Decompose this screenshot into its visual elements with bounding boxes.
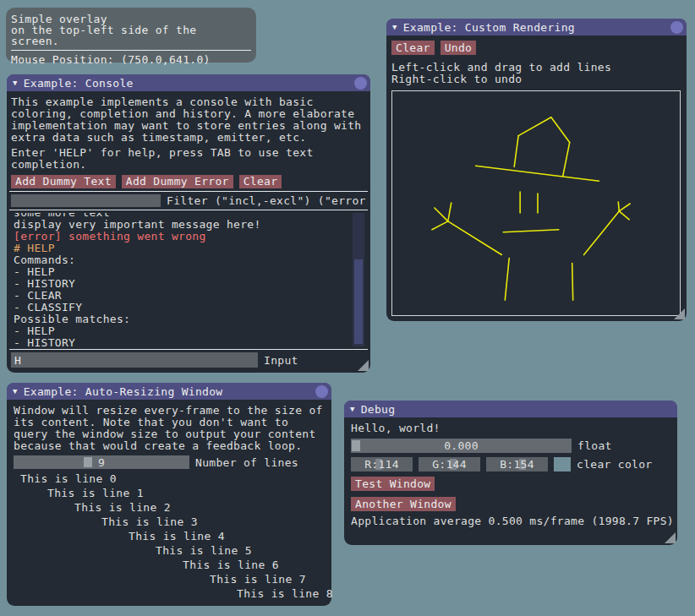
debug-window: ▼ Debug Hello, world! 0.000 float R:114 … bbox=[344, 401, 677, 545]
resize-grip[interactable] bbox=[674, 308, 685, 319]
slider-grab[interactable] bbox=[352, 440, 360, 451]
auto-resize-line: This is line 4 bbox=[14, 529, 325, 543]
console-log-line: - HISTORY bbox=[14, 278, 366, 290]
color-green-drag[interactable]: G:144 bbox=[419, 457, 480, 472]
console-log-line: Possible matches: bbox=[14, 313, 366, 325]
console-window-title: Example: Console bbox=[24, 77, 134, 90]
custom-rendering-titlebar[interactable]: ▼ Example: Custom Rendering bbox=[386, 19, 687, 35]
console-window: ▼ Example: Console This example implemen… bbox=[7, 74, 370, 373]
console-log-lines: some more textdisplay very important mes… bbox=[11, 213, 366, 346]
drawing-canvas-svg bbox=[392, 91, 680, 315]
separator bbox=[9, 191, 368, 192]
console-intro-text: This example implements a console with b… bbox=[11, 96, 366, 144]
close-button[interactable] bbox=[315, 385, 328, 398]
separator bbox=[9, 210, 368, 210]
color-blue-drag[interactable]: B:154 bbox=[486, 457, 548, 472]
console-log-line: - HELP bbox=[14, 266, 366, 278]
debug-window-title: Debug bbox=[361, 403, 396, 416]
color-green-value: G:144 bbox=[432, 458, 467, 471]
number-of-lines-label: Number of lines bbox=[195, 456, 298, 469]
undo-button[interactable]: Undo bbox=[441, 41, 477, 55]
separator bbox=[9, 349, 368, 350]
slider-grab[interactable] bbox=[84, 457, 92, 467]
collapse-arrow-icon[interactable]: ▼ bbox=[13, 74, 18, 91]
custom-rendering-window: ▼ Example: Custom Rendering Clear Undo L… bbox=[386, 19, 687, 321]
another-window-button[interactable]: Another Window bbox=[351, 497, 456, 511]
auto-resize-line: This is line 0 bbox=[14, 472, 325, 486]
auto-resize-line: This is line 3 bbox=[14, 515, 325, 529]
auto-resize-lines: This is line 0This is line 1This is line… bbox=[14, 472, 325, 601]
overlay-separator bbox=[11, 50, 251, 51]
add-dummy-text-button[interactable]: Add Dummy Text bbox=[11, 175, 116, 188]
number-of-lines-slider[interactable]: 9 bbox=[14, 455, 189, 469]
close-button[interactable] bbox=[354, 77, 367, 90]
collapse-arrow-icon[interactable]: ▼ bbox=[350, 401, 355, 417]
color-red-drag[interactable]: R:114 bbox=[351, 457, 413, 472]
float-slider-value: 0.000 bbox=[444, 439, 479, 452]
console-log-line: [error] something went wrong bbox=[14, 231, 366, 243]
console-scrollbar[interactable] bbox=[353, 213, 364, 346]
slider-value: 9 bbox=[98, 456, 105, 469]
custom-rendering-window-title: Example: Custom Rendering bbox=[403, 21, 575, 34]
auto-resize-description: Window will resize every-frame to the si… bbox=[14, 405, 325, 452]
overlay-text-line2: on the top-left side of the screen. bbox=[11, 25, 251, 46]
console-titlebar[interactable]: ▼ Example: Console bbox=[7, 74, 370, 91]
clear-button[interactable]: Clear bbox=[239, 175, 282, 188]
console-log-line: display very important message here! bbox=[14, 219, 366, 231]
console-log-line: - CLEAR bbox=[14, 290, 366, 302]
debug-titlebar[interactable]: ▼ Debug bbox=[344, 401, 677, 417]
resize-grip[interactable] bbox=[358, 360, 369, 371]
clear-button[interactable]: Clear bbox=[391, 41, 435, 55]
filter-input[interactable] bbox=[11, 194, 161, 207]
collapse-arrow-icon[interactable]: ▼ bbox=[13, 383, 18, 400]
hello-world-text: Hello, world! bbox=[351, 422, 670, 434]
simple-overlay-window: Simple overlay on the top-left side of t… bbox=[6, 8, 256, 63]
color-blue-value: B:154 bbox=[500, 458, 534, 471]
console-log-line: - HISTORY bbox=[14, 337, 366, 346]
auto-resize-line: This is line 5 bbox=[14, 543, 325, 558]
clear-color-swatch[interactable] bbox=[554, 457, 571, 472]
scrollbar-thumb[interactable] bbox=[354, 259, 363, 344]
resize-grip[interactable] bbox=[665, 532, 676, 543]
console-command-input[interactable] bbox=[11, 352, 258, 368]
desktop-background: Simple overlay on the top-left side of t… bbox=[0, 0, 695, 616]
clear-color-label: clear color bbox=[577, 458, 652, 471]
fps-stats-text: Application average 0.500 ms/frame (1998… bbox=[351, 515, 670, 527]
auto-resizing-titlebar[interactable]: ▼ Example: Auto-Resizing Window bbox=[7, 383, 331, 400]
float-slider[interactable]: 0.000 bbox=[351, 439, 572, 453]
mouse-position-text: Mouse Position: (750.0,641.0) bbox=[11, 54, 251, 65]
drawing-canvas[interactable] bbox=[391, 90, 681, 316]
auto-resize-line: This is line 7 bbox=[14, 572, 325, 586]
filter-label: Filter ("incl,-excl") ("error") bbox=[167, 194, 366, 207]
auto-resizing-window-title: Example: Auto-Resizing Window bbox=[24, 385, 223, 398]
console-log-line: - CLASSIFY bbox=[14, 302, 366, 313]
float-slider-label: float bbox=[577, 439, 612, 452]
console-log[interactable]: some more textdisplay very important mes… bbox=[11, 213, 366, 346]
hint-text-line2: Right-click to undo bbox=[391, 74, 681, 85]
console-log-line: Commands: bbox=[14, 254, 366, 266]
input-label: Input bbox=[264, 354, 298, 367]
color-red-value: R:114 bbox=[364, 458, 399, 471]
auto-resize-line: This is line 1 bbox=[14, 486, 325, 500]
add-dummy-error-button[interactable]: Add Dummy Error bbox=[122, 175, 233, 188]
console-log-line: # HELP bbox=[14, 243, 366, 254]
hint-text-line1: Left-click and drag to add lines bbox=[391, 62, 681, 74]
console-help-text: Enter 'HELP' for help, press TAB to use … bbox=[11, 147, 366, 171]
test-window-button[interactable]: Test Window bbox=[351, 477, 435, 491]
console-log-line: - HELP bbox=[14, 325, 366, 337]
collapse-arrow-icon[interactable]: ▼ bbox=[392, 19, 397, 35]
auto-resize-line: This is line 2 bbox=[14, 500, 325, 515]
close-button[interactable] bbox=[670, 21, 683, 34]
auto-resize-line: This is line 8 bbox=[14, 586, 325, 601]
auto-resizing-window: ▼ Example: Auto-Resizing Window Window w… bbox=[7, 383, 331, 606]
auto-resize-line: This is line 6 bbox=[14, 558, 325, 572]
